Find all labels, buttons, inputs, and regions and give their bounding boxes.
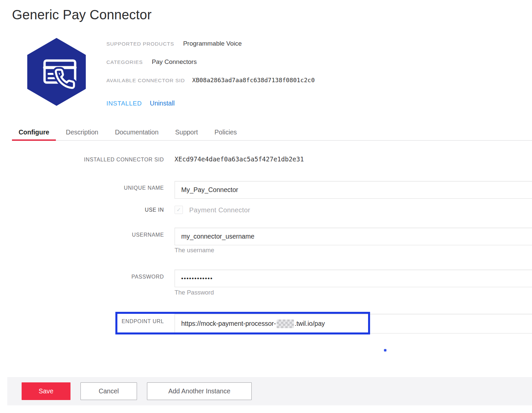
uninstall-link[interactable]: Uninstall bbox=[150, 100, 175, 107]
save-button[interactable]: Save bbox=[22, 382, 70, 400]
use-in-label: USE IN bbox=[0, 207, 164, 213]
tab-documentation[interactable]: Documentation bbox=[108, 128, 165, 140]
cancel-button[interactable]: Cancel bbox=[80, 382, 137, 400]
add-another-instance-button[interactable]: Add Another Instance bbox=[147, 382, 252, 400]
tab-configure[interactable]: Configure bbox=[12, 128, 56, 141]
unique-name-value: My_Pay_Connector bbox=[181, 186, 238, 194]
page-title: Generic Pay Connector bbox=[12, 7, 152, 22]
tab-bar: Configure Description Documentation Supp… bbox=[12, 128, 532, 141]
meta-row-categories: CATEGORIES Pay Connectors bbox=[106, 58, 197, 66]
meta-row-install-status: INSTALLED Uninstall bbox=[106, 100, 175, 107]
password-input[interactable]: •••••••••••• bbox=[175, 270, 532, 287]
username-help-text: The username bbox=[175, 247, 214, 254]
username-value: my_connector_username bbox=[181, 233, 254, 240]
tab-policies[interactable]: Policies bbox=[208, 128, 243, 140]
installed-connector-sid-value: XEcd974e4daef0a63ac5a5f427e1db2e31 bbox=[175, 155, 304, 163]
installed-connector-sid-label: INSTALLED CONNECTOR SID bbox=[0, 157, 164, 163]
available-connector-sid-value: XB08a2863ad7aa8fc638d7138f0801c2c0 bbox=[192, 77, 315, 84]
tab-description[interactable]: Description bbox=[59, 128, 105, 140]
tab-support[interactable]: Support bbox=[169, 128, 204, 140]
pay-connector-logo bbox=[26, 37, 87, 106]
endpoint-url-input[interactable]: https://mock-payment-processor-.twil.io/… bbox=[175, 314, 532, 333]
use-in-option-label: Payment Connector bbox=[189, 206, 250, 214]
installed-badge: INSTALLED bbox=[106, 100, 142, 107]
username-input[interactable]: my_connector_username bbox=[175, 228, 532, 245]
unique-name-input[interactable]: My_Pay_Connector bbox=[175, 181, 532, 199]
check-icon: ✓ bbox=[177, 207, 181, 213]
categories-label: CATEGORIES bbox=[106, 59, 143, 65]
supported-products-label: SUPPORTED PRODUCTS bbox=[106, 41, 174, 47]
password-label: PASSWORD bbox=[0, 274, 164, 280]
password-help-text: The Password bbox=[175, 289, 214, 296]
endpoint-url-label: ENDPOINT URL bbox=[0, 318, 164, 324]
meta-row-available-connector-sid: AVAILABLE CONNECTOR SID XB08a2863ad7aa8f… bbox=[106, 77, 315, 84]
endpoint-url-suffix: .twil.io/pay bbox=[295, 320, 325, 327]
supported-products-value: Programmable Voice bbox=[183, 40, 242, 47]
password-masked-value: •••••••••••• bbox=[181, 275, 213, 282]
endpoint-url-prefix: https://mock-payment-processor- bbox=[181, 320, 276, 327]
username-label: USERNAME bbox=[0, 232, 164, 238]
use-in-checkbox[interactable]: ✓ bbox=[175, 206, 183, 214]
hexagon-pay-icon bbox=[26, 37, 87, 106]
unique-name-label: UNIQUE NAME bbox=[0, 185, 164, 191]
stray-blue-dot bbox=[384, 349, 386, 351]
meta-row-supported-products: SUPPORTED PRODUCTS Programmable Voice bbox=[106, 40, 242, 47]
pay-connector-page: Generic Pay Connector SUPPORTED PRODUCTS… bbox=[0, 0, 532, 413]
available-connector-sid-label: AVAILABLE CONNECTOR SID bbox=[106, 78, 185, 84]
redacted-pixelated-segment bbox=[277, 319, 294, 328]
categories-value: Pay Connectors bbox=[152, 58, 197, 66]
